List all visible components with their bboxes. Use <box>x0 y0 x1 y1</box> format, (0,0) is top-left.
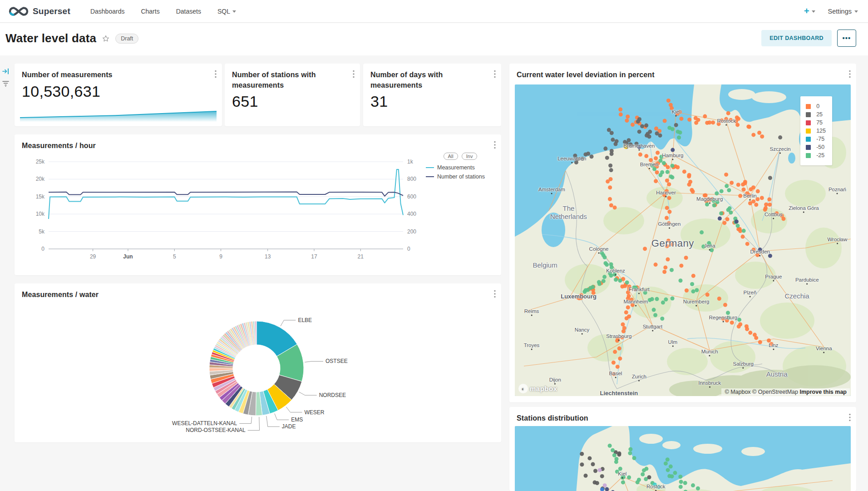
svg-text:Jun: Jun <box>123 253 133 260</box>
legend-label: 125 <box>816 128 826 134</box>
svg-text:5: 5 <box>173 253 176 260</box>
svg-text:1k: 1k <box>407 159 414 165</box>
map-canvas <box>515 426 851 491</box>
legend-color-chip <box>806 153 811 158</box>
donut-chart[interactable]: ELBEOSTSEENORDSEEWESEREMSJADENORD-OSTSEE… <box>15 283 501 442</box>
favorite-star-icon[interactable] <box>102 35 110 43</box>
svg-text:17: 17 <box>311 253 317 260</box>
filter-bar-collapsed <box>0 55 12 491</box>
kebab-menu-icon[interactable] <box>849 70 851 78</box>
legend-entry-stations[interactable]: Number of stations <box>426 174 495 180</box>
mapbox-icon: ◐ <box>518 384 528 393</box>
kpi-card-stations: Number of stations with measurements 651 <box>225 64 360 126</box>
map-legend-entry[interactable]: 25 <box>806 111 826 118</box>
map-legend-entry[interactable]: 0 <box>806 103 826 109</box>
legend-all-button[interactable]: All <box>444 153 458 160</box>
legend-color-chip <box>806 129 811 134</box>
kpi-card-days: Number of days with measurements 31 <box>363 64 501 126</box>
map-attribution[interactable]: © Mapbox © OpenStreetMap Improve this ma… <box>721 388 850 396</box>
svg-text:600: 600 <box>407 193 416 200</box>
kpi-value: 10,530,631 <box>22 83 100 100</box>
kebab-menu-icon[interactable] <box>494 70 496 78</box>
kpi-card-measurements: Number of measurements 10,530,631 <box>15 64 222 126</box>
top-nav: Superset Dashboards Charts Datasets SQL … <box>0 0 868 23</box>
nav-item-charts[interactable]: Charts <box>134 4 166 19</box>
series-color-chip <box>426 176 434 177</box>
svg-text:0: 0 <box>407 246 410 252</box>
legend-entry-measurements[interactable]: Measurements <box>426 164 495 171</box>
filter-funnel-icon[interactable] <box>2 81 9 87</box>
expand-filter-bar-icon[interactable] <box>2 68 10 74</box>
chevron-down-icon <box>812 10 815 13</box>
measurements-per-water-card: Measurements / water ELBEOSTSEENORDSEEWE… <box>15 283 501 442</box>
chevron-down-icon <box>232 10 236 13</box>
kpi-value: 651 <box>232 93 258 110</box>
svg-text:800: 800 <box>407 176 416 182</box>
svg-text:ELBE: ELBE <box>298 317 312 323</box>
kebab-menu-icon[interactable] <box>494 290 496 298</box>
dashboard-more-button[interactable]: ••• <box>837 30 856 47</box>
legend-label: 25 <box>816 111 823 118</box>
kebab-menu-icon[interactable] <box>849 413 851 422</box>
improve-map-link[interactable]: Improve this map <box>800 389 847 395</box>
stations-distribution-card: Stations distribution Ki <box>509 407 856 491</box>
chevron-down-icon <box>854 10 858 13</box>
legend-label: 75 <box>816 119 823 126</box>
stations-map[interactable]: KielRostock <box>515 426 851 491</box>
chart-title: Measurements / hour <box>22 142 96 149</box>
nav-item-datasets[interactable]: Datasets <box>170 4 207 19</box>
chart-title: Current water level deviation in percent <box>517 71 655 79</box>
chart-title: Stations distribution <box>517 414 588 422</box>
svg-text:OSTSEE: OSTSEE <box>326 358 348 364</box>
legend-inv-button[interactable]: Inv <box>462 153 478 160</box>
svg-text:5k: 5k <box>39 228 45 235</box>
legend-color-chip <box>806 104 811 109</box>
map-legend-entry[interactable]: 75 <box>806 119 826 126</box>
dashboard-header: Water level data Draft EDIT DASHBOARD ••… <box>0 23 868 55</box>
legend-color-chip <box>806 120 811 125</box>
new-item-button[interactable]: + <box>804 6 815 16</box>
svg-text:WESER: WESER <box>304 409 324 416</box>
kpi-title: Number of days with measurements <box>370 71 443 89</box>
svg-text:10k: 10k <box>36 211 45 217</box>
svg-text:400: 400 <box>407 211 416 217</box>
series-color-chip <box>426 167 434 168</box>
svg-text:13: 13 <box>265 253 271 260</box>
chart-title: Measurements / water <box>22 291 99 298</box>
line-chart-legend: All Inv Measurements Number of stations <box>426 153 495 180</box>
map-legend-entry[interactable]: -75 <box>806 136 826 142</box>
map-legend-entry[interactable]: -25 <box>806 152 826 159</box>
map-legend: 02575125-75-50-25 <box>800 96 832 165</box>
kebab-menu-icon[interactable] <box>494 141 496 149</box>
kpi-title: Number of stations with measurements <box>232 71 316 89</box>
kebab-menu-icon[interactable] <box>353 70 355 78</box>
superset-infinity-icon <box>8 6 29 17</box>
nav-item-sql[interactable]: SQL <box>211 4 242 19</box>
svg-text:9: 9 <box>219 253 222 260</box>
map-legend-entry[interactable]: -50 <box>806 144 826 150</box>
svg-text:NORDSEE: NORDSEE <box>319 392 346 398</box>
superset-logo[interactable]: Superset <box>8 6 70 17</box>
measurements-per-hour-card: Measurements / hour 005k20010k40015k6002… <box>15 134 501 275</box>
svg-text:15k: 15k <box>36 193 45 200</box>
legend-label: -50 <box>816 144 824 150</box>
nav-item-dashboards[interactable]: Dashboards <box>84 4 131 19</box>
kebab-menu-icon[interactable] <box>215 70 217 78</box>
svg-text:21: 21 <box>358 253 364 260</box>
page-title: Water level data <box>5 31 96 45</box>
status-badge: Draft <box>115 34 138 44</box>
legend-label: -75 <box>816 136 824 142</box>
water-level-deviation-map-card: Current water level deviation in percent <box>509 64 856 402</box>
settings-menu[interactable]: Settings <box>828 8 858 15</box>
trend-sparkline <box>20 109 217 122</box>
svg-text:200: 200 <box>407 228 416 235</box>
deviation-map[interactable]: LeeuwardenAmsterdamThe NetherlandsHambur… <box>515 84 851 396</box>
mapbox-logo[interactable]: ◐ mapbox <box>518 384 557 393</box>
nav-menu: Dashboards Charts Datasets SQL <box>84 4 242 19</box>
legend-color-chip <box>806 145 811 150</box>
svg-text:EMS: EMS <box>291 417 303 423</box>
map-legend-entry[interactable]: 125 <box>806 128 826 134</box>
brand-name: Superset <box>33 6 70 16</box>
kpi-title: Number of measurements <box>22 71 113 79</box>
edit-dashboard-button[interactable]: EDIT DASHBOARD <box>761 30 832 46</box>
